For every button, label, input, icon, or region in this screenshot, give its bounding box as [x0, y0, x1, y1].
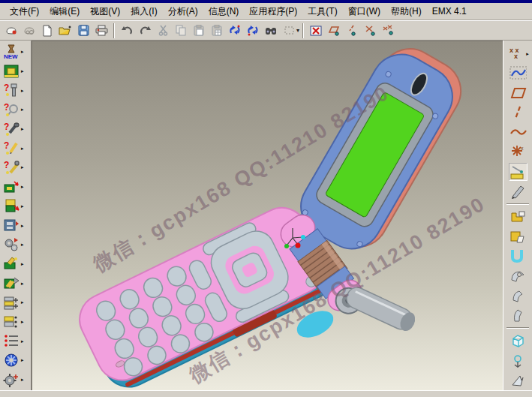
rectangle-tool-icon[interactable]: [509, 84, 527, 102]
shell-patch: [293, 305, 338, 343]
svg-text:x: x: [521, 146, 524, 151]
snap-cross-icon[interactable]: [361, 22, 379, 39]
datum-pin-tool-icon[interactable]: [509, 352, 527, 370]
query-glyph: ?: [4, 160, 9, 170]
flyout-arrow-icon[interactable]: ▸: [21, 203, 24, 209]
emx-left-toolbar: NEW▸ ▸ ?▸ ?▸ ?▸ ?▸ ?▸ ▸ ▸ ▸ ▸ ▸ ▸ ▸ ▸ ▸ …: [0, 41, 32, 390]
paste-icon[interactable]: [190, 22, 208, 39]
emx-component-marker-icon[interactable]: ?: [2, 158, 20, 176]
query-glyph: ?: [4, 102, 9, 113]
copy-icon[interactable]: [172, 22, 190, 39]
emx-plates-add-icon[interactable]: [2, 293, 20, 311]
snap-points-icon[interactable]: [379, 22, 397, 39]
update-model-icon[interactable]: [226, 22, 244, 39]
emx-component-pen-icon[interactable]: ?: [2, 139, 20, 157]
menu-info[interactable]: 信息(N): [203, 4, 245, 20]
paste-special-icon[interactable]: [208, 22, 226, 39]
graphics-viewport[interactable]: 微信：gcpx168 QQ:11210 82190 微信：gcpx168 QQ:…: [32, 41, 503, 390]
flyout-arrow-icon[interactable]: ▸: [21, 126, 24, 131]
flyout-arrow-icon[interactable]: ▸: [21, 338, 24, 344]
flyout-arrow-icon[interactable]: ▸: [21, 88, 24, 93]
snap-line-icon[interactable]: [343, 22, 361, 39]
find-icon[interactable]: [262, 22, 280, 39]
swept-surface-icon[interactable]: [509, 267, 527, 285]
menu-emx[interactable]: EMX 4.1: [427, 5, 472, 18]
spline-tool-icon[interactable]: [509, 64, 527, 82]
menu-edit[interactable]: 编辑(E): [44, 4, 85, 20]
save-icon[interactable]: [74, 22, 92, 39]
style-tool-icon[interactable]: [509, 182, 527, 200]
flip-phone-model: [32, 41, 500, 390]
flyout-arrow-icon[interactable]: ▸: [526, 51, 529, 56]
flyout-arrow-icon[interactable]: ▸: [21, 377, 24, 382]
menu-bar: 文件(F) 编辑(E) 视图(V) 插入(I) 分析(A) 信息(N) 应用程序…: [0, 3, 532, 20]
cut-icon[interactable]: [154, 22, 172, 39]
open-part-disabled-icon[interactable]: [20, 22, 38, 39]
active-sketch-tool-icon[interactable]: [509, 163, 527, 181]
emx-plates-status-icon[interactable]: [2, 312, 20, 330]
flyout-arrow-icon[interactable]: ▸: [21, 49, 24, 54]
selection-box-icon[interactable]: [280, 22, 298, 39]
emx-bom-list-icon[interactable]: [2, 332, 20, 350]
warp-arrow-tool-icon[interactable]: [509, 371, 527, 389]
flyout-arrow-icon[interactable]: ▸: [21, 223, 24, 228]
flyout-arrow-icon[interactable]: ▸: [21, 107, 24, 112]
update-refs-icon[interactable]: [244, 22, 262, 39]
trim-u-tool-icon[interactable]: [509, 247, 527, 265]
open-part-icon[interactable]: [2, 22, 20, 39]
emx-component-bolt-icon[interactable]: ?: [2, 81, 20, 99]
flyout-arrow-icon[interactable]: ▸: [21, 146, 24, 151]
menu-insert[interactable]: 插入(I): [125, 4, 162, 20]
delete-icon[interactable]: [307, 22, 325, 39]
redo-icon[interactable]: [136, 22, 154, 39]
emx-gears-icon[interactable]: [2, 236, 20, 254]
emx-ejector-pin-icon[interactable]: [2, 178, 20, 196]
menu-view[interactable]: 视图(V): [85, 4, 125, 20]
flyout-arrow-icon[interactable]: ▸: [21, 184, 24, 189]
query-glyph: ?: [4, 122, 9, 132]
emx-slider-icon[interactable]: [2, 254, 20, 272]
menu-tools[interactable]: 工具(T): [302, 4, 342, 20]
toolbar-separator: [302, 23, 304, 38]
toolbar-separator: [113, 23, 115, 38]
emx-component-screw-icon[interactable]: ?: [2, 101, 20, 119]
right-toolbar-separator: [506, 327, 529, 329]
flyout-arrow-icon[interactable]: ▸: [21, 357, 24, 362]
new-document-icon[interactable]: [38, 22, 56, 39]
boundary-blend-2-icon[interactable]: [509, 306, 527, 324]
emx-mold-plate-icon[interactable]: [2, 197, 20, 215]
emx-moldbase-icon[interactable]: [2, 62, 20, 80]
menu-applications[interactable]: 应用程序(P): [244, 4, 302, 20]
menu-window[interactable]: 窗口(W): [343, 4, 386, 20]
flyout-arrow-icon[interactable]: ▸: [21, 281, 24, 286]
snap-parallelogram-icon[interactable]: [325, 22, 343, 39]
flyout-arrow-icon[interactable]: ▸: [21, 299, 24, 305]
flyout-arrow-icon[interactable]: ▸: [21, 164, 24, 170]
star-point-tool-icon[interactable]: x: [509, 143, 527, 161]
print-icon[interactable]: [92, 22, 110, 39]
flyout-arrow-icon[interactable]: ▸: [21, 319, 24, 324]
boundary-blend-1-icon[interactable]: [509, 287, 527, 305]
flyout-arrow-icon[interactable]: ▸: [21, 68, 24, 74]
emx-cooling-wheel-icon[interactable]: [2, 351, 20, 369]
emx-machine-icon[interactable]: [2, 216, 20, 234]
emx-new-project-icon[interactable]: NEW: [2, 43, 20, 61]
line-tool-icon[interactable]: [509, 104, 527, 122]
offset-surface-icon[interactable]: [509, 227, 527, 245]
flyout-arrow-icon[interactable]: ▸: [21, 242, 24, 247]
points-tool-icon[interactable]: x xx: [506, 44, 525, 62]
menu-file[interactable]: 文件(F): [5, 4, 44, 20]
emx-gear-add-icon[interactable]: [2, 371, 20, 389]
flyout-arrow-icon[interactable]: ▸: [21, 261, 24, 266]
open-folder-icon[interactable]: [56, 22, 74, 39]
corner-surface-icon[interactable]: [509, 208, 527, 226]
undo-icon[interactable]: [118, 22, 136, 39]
emx-lifter-tools-icon[interactable]: [2, 274, 20, 292]
menu-help[interactable]: 帮助(H): [386, 4, 427, 20]
solid-cube-tool-icon[interactable]: [509, 332, 527, 350]
emx-component-screw-dark-icon[interactable]: ?: [2, 120, 20, 138]
selection-dropdown-icon[interactable]: ▾: [296, 27, 299, 34]
menu-analysis[interactable]: 分析(A): [163, 4, 203, 20]
right-toolbar: x xx▸ x: [503, 41, 532, 390]
curve-tool-icon[interactable]: [509, 123, 527, 141]
